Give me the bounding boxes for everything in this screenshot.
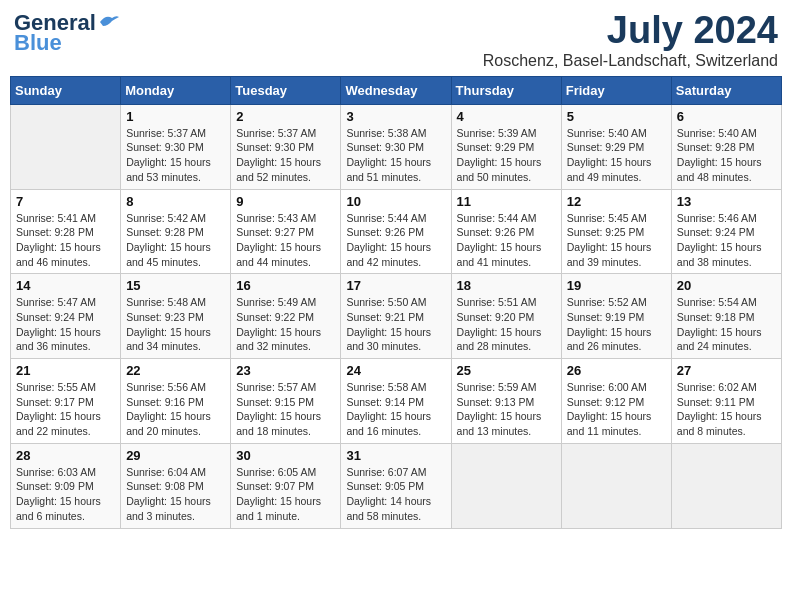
day-info: Sunrise: 5:48 AM Sunset: 9:23 PM Dayligh… (126, 295, 225, 354)
day-cell: 16Sunrise: 5:49 AM Sunset: 9:22 PM Dayli… (231, 274, 341, 359)
week-row-3: 14Sunrise: 5:47 AM Sunset: 9:24 PM Dayli… (11, 274, 782, 359)
weekday-header-saturday: Saturday (671, 76, 781, 104)
day-cell: 26Sunrise: 6:00 AM Sunset: 9:12 PM Dayli… (561, 359, 671, 444)
day-info: Sunrise: 6:07 AM Sunset: 9:05 PM Dayligh… (346, 465, 445, 524)
location-title: Roschenz, Basel-Landschaft, Switzerland (483, 52, 778, 70)
day-cell: 10Sunrise: 5:44 AM Sunset: 9:26 PM Dayli… (341, 189, 451, 274)
day-cell (671, 443, 781, 528)
weekday-header-wednesday: Wednesday (341, 76, 451, 104)
day-number: 17 (346, 278, 445, 293)
day-info: Sunrise: 5:44 AM Sunset: 9:26 PM Dayligh… (346, 211, 445, 270)
day-info: Sunrise: 6:03 AM Sunset: 9:09 PM Dayligh… (16, 465, 115, 524)
day-cell: 17Sunrise: 5:50 AM Sunset: 9:21 PM Dayli… (341, 274, 451, 359)
day-cell (11, 104, 121, 189)
day-cell: 24Sunrise: 5:58 AM Sunset: 9:14 PM Dayli… (341, 359, 451, 444)
day-info: Sunrise: 5:40 AM Sunset: 9:28 PM Dayligh… (677, 126, 776, 185)
week-row-2: 7Sunrise: 5:41 AM Sunset: 9:28 PM Daylig… (11, 189, 782, 274)
day-number: 30 (236, 448, 335, 463)
day-cell: 11Sunrise: 5:44 AM Sunset: 9:26 PM Dayli… (451, 189, 561, 274)
day-number: 10 (346, 194, 445, 209)
day-info: Sunrise: 5:39 AM Sunset: 9:29 PM Dayligh… (457, 126, 556, 185)
day-cell: 1Sunrise: 5:37 AM Sunset: 9:30 PM Daylig… (121, 104, 231, 189)
day-number: 4 (457, 109, 556, 124)
day-cell: 19Sunrise: 5:52 AM Sunset: 9:19 PM Dayli… (561, 274, 671, 359)
day-cell: 29Sunrise: 6:04 AM Sunset: 9:08 PM Dayli… (121, 443, 231, 528)
month-title: July 2024 (483, 10, 778, 52)
day-cell: 4Sunrise: 5:39 AM Sunset: 9:29 PM Daylig… (451, 104, 561, 189)
day-cell: 2Sunrise: 5:37 AM Sunset: 9:30 PM Daylig… (231, 104, 341, 189)
day-number: 12 (567, 194, 666, 209)
day-cell: 5Sunrise: 5:40 AM Sunset: 9:29 PM Daylig… (561, 104, 671, 189)
weekday-header-monday: Monday (121, 76, 231, 104)
weekday-header-friday: Friday (561, 76, 671, 104)
day-cell: 28Sunrise: 6:03 AM Sunset: 9:09 PM Dayli… (11, 443, 121, 528)
day-number: 28 (16, 448, 115, 463)
day-cell: 18Sunrise: 5:51 AM Sunset: 9:20 PM Dayli… (451, 274, 561, 359)
day-info: Sunrise: 5:38 AM Sunset: 9:30 PM Dayligh… (346, 126, 445, 185)
weekday-header-thursday: Thursday (451, 76, 561, 104)
day-cell: 31Sunrise: 6:07 AM Sunset: 9:05 PM Dayli… (341, 443, 451, 528)
day-cell: 30Sunrise: 6:05 AM Sunset: 9:07 PM Dayli… (231, 443, 341, 528)
day-info: Sunrise: 5:56 AM Sunset: 9:16 PM Dayligh… (126, 380, 225, 439)
day-info: Sunrise: 5:49 AM Sunset: 9:22 PM Dayligh… (236, 295, 335, 354)
day-info: Sunrise: 6:04 AM Sunset: 9:08 PM Dayligh… (126, 465, 225, 524)
day-cell: 25Sunrise: 5:59 AM Sunset: 9:13 PM Dayli… (451, 359, 561, 444)
day-number: 14 (16, 278, 115, 293)
day-number: 7 (16, 194, 115, 209)
day-info: Sunrise: 5:46 AM Sunset: 9:24 PM Dayligh… (677, 211, 776, 270)
day-number: 8 (126, 194, 225, 209)
day-number: 25 (457, 363, 556, 378)
day-cell: 14Sunrise: 5:47 AM Sunset: 9:24 PM Dayli… (11, 274, 121, 359)
day-cell: 8Sunrise: 5:42 AM Sunset: 9:28 PM Daylig… (121, 189, 231, 274)
day-number: 16 (236, 278, 335, 293)
day-info: Sunrise: 5:57 AM Sunset: 9:15 PM Dayligh… (236, 380, 335, 439)
week-row-1: 1Sunrise: 5:37 AM Sunset: 9:30 PM Daylig… (11, 104, 782, 189)
day-cell: 7Sunrise: 5:41 AM Sunset: 9:28 PM Daylig… (11, 189, 121, 274)
weekday-header-tuesday: Tuesday (231, 76, 341, 104)
day-cell: 9Sunrise: 5:43 AM Sunset: 9:27 PM Daylig… (231, 189, 341, 274)
weekday-header-row: SundayMondayTuesdayWednesdayThursdayFrid… (11, 76, 782, 104)
day-cell: 21Sunrise: 5:55 AM Sunset: 9:17 PM Dayli… (11, 359, 121, 444)
day-cell: 20Sunrise: 5:54 AM Sunset: 9:18 PM Dayli… (671, 274, 781, 359)
day-info: Sunrise: 6:02 AM Sunset: 9:11 PM Dayligh… (677, 380, 776, 439)
title-section: July 2024 Roschenz, Basel-Landschaft, Sw… (483, 10, 778, 70)
week-row-4: 21Sunrise: 5:55 AM Sunset: 9:17 PM Dayli… (11, 359, 782, 444)
logo-blue: Blue (14, 30, 62, 56)
day-number: 1 (126, 109, 225, 124)
day-number: 22 (126, 363, 225, 378)
day-info: Sunrise: 5:37 AM Sunset: 9:30 PM Dayligh… (236, 126, 335, 185)
day-number: 11 (457, 194, 556, 209)
day-number: 15 (126, 278, 225, 293)
day-number: 2 (236, 109, 335, 124)
day-info: Sunrise: 5:52 AM Sunset: 9:19 PM Dayligh… (567, 295, 666, 354)
day-number: 18 (457, 278, 556, 293)
day-number: 3 (346, 109, 445, 124)
page-header: General Blue July 2024 Roschenz, Basel-L… (10, 10, 782, 70)
day-number: 21 (16, 363, 115, 378)
day-cell: 13Sunrise: 5:46 AM Sunset: 9:24 PM Dayli… (671, 189, 781, 274)
day-info: Sunrise: 5:55 AM Sunset: 9:17 PM Dayligh… (16, 380, 115, 439)
day-number: 19 (567, 278, 666, 293)
day-info: Sunrise: 5:44 AM Sunset: 9:26 PM Dayligh… (457, 211, 556, 270)
day-number: 20 (677, 278, 776, 293)
day-cell: 15Sunrise: 5:48 AM Sunset: 9:23 PM Dayli… (121, 274, 231, 359)
day-info: Sunrise: 5:40 AM Sunset: 9:29 PM Dayligh… (567, 126, 666, 185)
day-info: Sunrise: 5:45 AM Sunset: 9:25 PM Dayligh… (567, 211, 666, 270)
day-number: 27 (677, 363, 776, 378)
day-number: 6 (677, 109, 776, 124)
day-cell: 22Sunrise: 5:56 AM Sunset: 9:16 PM Dayli… (121, 359, 231, 444)
calendar-table: SundayMondayTuesdayWednesdayThursdayFrid… (10, 76, 782, 529)
day-info: Sunrise: 5:59 AM Sunset: 9:13 PM Dayligh… (457, 380, 556, 439)
logo: General Blue (14, 10, 120, 56)
day-number: 31 (346, 448, 445, 463)
day-info: Sunrise: 6:05 AM Sunset: 9:07 PM Dayligh… (236, 465, 335, 524)
day-info: Sunrise: 5:37 AM Sunset: 9:30 PM Dayligh… (126, 126, 225, 185)
day-info: Sunrise: 5:50 AM Sunset: 9:21 PM Dayligh… (346, 295, 445, 354)
week-row-5: 28Sunrise: 6:03 AM Sunset: 9:09 PM Dayli… (11, 443, 782, 528)
day-number: 5 (567, 109, 666, 124)
day-info: Sunrise: 5:43 AM Sunset: 9:27 PM Dayligh… (236, 211, 335, 270)
day-cell (451, 443, 561, 528)
day-number: 13 (677, 194, 776, 209)
day-cell: 27Sunrise: 6:02 AM Sunset: 9:11 PM Dayli… (671, 359, 781, 444)
day-info: Sunrise: 5:41 AM Sunset: 9:28 PM Dayligh… (16, 211, 115, 270)
